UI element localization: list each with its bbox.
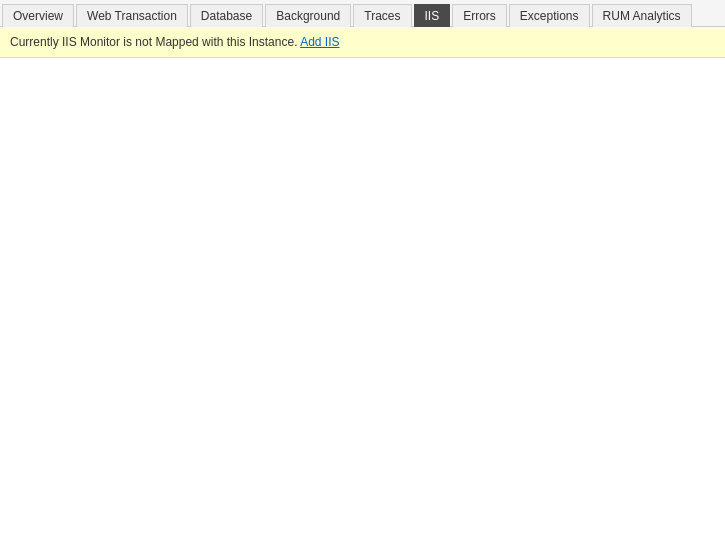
notification-message: Currently IIS Monitor is not Mapped with…: [10, 35, 300, 49]
tab-errors[interactable]: Errors: [452, 4, 507, 27]
tab-overview[interactable]: Overview: [2, 4, 74, 27]
tab-traces[interactable]: Traces: [353, 4, 411, 27]
tab-background[interactable]: Background: [265, 4, 351, 27]
tab-database[interactable]: Database: [190, 4, 263, 27]
tab-web-transaction[interactable]: Web Transaction: [76, 4, 188, 27]
tab-exceptions[interactable]: Exceptions: [509, 4, 590, 27]
tab-bar: OverviewWeb TransactionDatabaseBackgroun…: [0, 0, 725, 27]
notification-bar: Currently IIS Monitor is not Mapped with…: [0, 27, 725, 58]
add-iis-link[interactable]: Add IIS: [300, 35, 339, 49]
content-area: [0, 58, 725, 538]
tab-rum-analytics[interactable]: RUM Analytics: [592, 4, 692, 27]
tab-iis[interactable]: IIS: [414, 4, 451, 27]
